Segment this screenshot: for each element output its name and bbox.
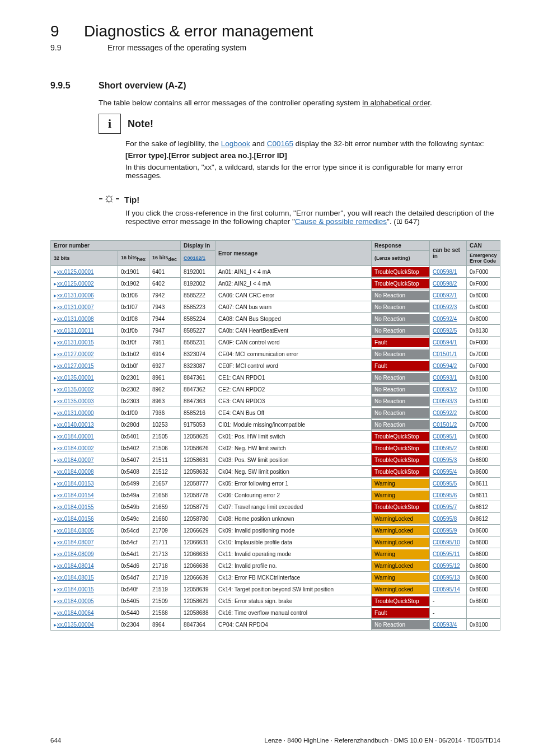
tip-title: Tip! bbox=[124, 195, 139, 204]
can-cell: 0x8000 bbox=[467, 290, 500, 301]
response-cell: WarningLocked bbox=[372, 584, 430, 595]
error-number-cell[interactable]: ▸xx.0184.00005 bbox=[51, 595, 118, 607]
response-cell: TroubleQuickStop bbox=[372, 466, 430, 478]
set-link[interactable]: C00592/3 bbox=[433, 304, 457, 310]
error-number-cell[interactable]: ▸xx.0184.00153 bbox=[51, 478, 118, 489]
doc-info: Lenze · 8400 HighLine · Referenzhandbuch… bbox=[264, 737, 500, 744]
set-link[interactable]: C00595/13 bbox=[433, 575, 460, 581]
message-cell: An01: AIN1_I < 4 mA bbox=[216, 266, 372, 278]
response-cell: No Reaction bbox=[372, 313, 430, 325]
can-cell: 0x8600 bbox=[467, 466, 500, 478]
set-link[interactable]: C00594/1 bbox=[433, 339, 457, 346]
th-can-be-set-in: can be set in bbox=[430, 241, 467, 266]
hex-cell: 0x549c bbox=[118, 513, 149, 525]
message-cell: Ck13: Error FB MCKCtrlInterface bbox=[216, 572, 372, 584]
set-link[interactable]: C01501/1 bbox=[433, 351, 457, 357]
error-number-cell[interactable]: ▸xx.0184.00015 bbox=[51, 584, 118, 595]
cause-remedies-link[interactable]: Cause & possible remedies bbox=[295, 217, 387, 226]
error-number-cell[interactable]: ▸xx.0131.00008 bbox=[51, 313, 118, 325]
message-cell: CA0F: CAN control word bbox=[216, 337, 372, 348]
error-number-cell[interactable]: ▸xx.0184.00155 bbox=[51, 501, 118, 513]
error-number-cell[interactable]: ▸xx.0135.00003 bbox=[51, 395, 118, 407]
set-link[interactable]: C00593/3 bbox=[433, 398, 457, 404]
set-link[interactable]: C00595/9 bbox=[433, 528, 457, 534]
error-number-cell[interactable]: ▸xx.0131.00011 bbox=[51, 325, 118, 337]
error-number-cell[interactable]: ▸xx.0184.08015 bbox=[51, 572, 118, 584]
error-number-cell[interactable]: ▸xx.0184.00156 bbox=[51, 513, 118, 525]
set-link[interactable]: C00595/12 bbox=[433, 563, 460, 569]
error-number-cell[interactable]: ▸xx.0184.00008 bbox=[51, 466, 118, 478]
error-number-cell[interactable]: ▸xx.0131.00007 bbox=[51, 301, 118, 313]
display-cell: 8585227 bbox=[181, 325, 216, 337]
error-number-cell[interactable]: ▸xx.0140.00013 bbox=[51, 419, 118, 431]
set-link[interactable]: C00595/7 bbox=[433, 504, 457, 510]
error-number-cell[interactable]: ▸xx.0135.00001 bbox=[51, 372, 118, 384]
set-link[interactable]: C00595/2 bbox=[433, 445, 457, 451]
display-cell: 12058780 bbox=[181, 513, 216, 525]
error-number-cell[interactable]: ▸xx.0184.08007 bbox=[51, 536, 118, 548]
error-number-cell[interactable]: ▸xx.0135.00004 bbox=[51, 619, 118, 631]
set-link[interactable]: C00595/4 bbox=[433, 469, 457, 475]
hex-cell: 0x1b02 bbox=[118, 348, 149, 360]
message-cell: CE3: CAN RPDO3 bbox=[216, 395, 372, 407]
display-cell: 8585224 bbox=[181, 313, 216, 325]
set-link[interactable]: C00592/4 bbox=[433, 316, 457, 322]
error-number-cell[interactable]: ▸xx.0131.00015 bbox=[51, 337, 118, 348]
hex-cell: 0x54d1 bbox=[118, 548, 149, 560]
error-number-cell[interactable]: ▸xx.0184.00154 bbox=[51, 489, 118, 501]
table-row: ▸xx.0184.000050x54052150912058629Ck15: E… bbox=[51, 595, 500, 607]
set-link[interactable]: C00594/2 bbox=[433, 363, 457, 369]
error-number-cell[interactable]: ▸xx.0184.00002 bbox=[51, 442, 118, 454]
error-number-cell[interactable]: ▸xx.0131.00000 bbox=[51, 407, 118, 419]
set-link[interactable]: C00595/8 bbox=[433, 516, 457, 522]
error-number-cell[interactable]: ▸xx.0184.00064 bbox=[51, 607, 118, 619]
error-number-cell[interactable]: ▸xx.0125.00001 bbox=[51, 266, 118, 278]
set-link[interactable]: C00598/1 bbox=[433, 269, 457, 275]
error-number-cell[interactable]: ▸xx.0184.00007 bbox=[51, 454, 118, 466]
set-cell: C00595/12 bbox=[430, 560, 467, 572]
set-link[interactable]: C00592/2 bbox=[433, 410, 457, 416]
error-number-cell[interactable]: ▸xx.0127.00002 bbox=[51, 348, 118, 360]
logbook-link[interactable]: Logbook bbox=[221, 139, 250, 148]
hex-cell: 0x1f0b bbox=[118, 325, 149, 337]
display-cell: 12058632 bbox=[181, 466, 216, 478]
th-c00162-link[interactable]: C00162/1 bbox=[181, 251, 216, 266]
response-cell: No Reaction bbox=[372, 619, 430, 631]
display-cell: 12058626 bbox=[181, 442, 216, 454]
error-number-cell[interactable]: ▸xx.0184.08005 bbox=[51, 525, 118, 536]
set-cell: C01501/1 bbox=[430, 348, 467, 360]
table-row: ▸xx.0184.080150x54d72171912066639Ck13: E… bbox=[51, 572, 500, 584]
message-cell: CE2: CAN RPDO2 bbox=[216, 384, 372, 395]
error-number-cell[interactable]: ▸xx.0135.00002 bbox=[51, 384, 118, 395]
set-link[interactable]: C00595/10 bbox=[433, 539, 460, 545]
c00165-link[interactable]: C00165 bbox=[267, 139, 293, 148]
dec-cell: 21711 bbox=[149, 536, 181, 548]
set-link[interactable]: C00595/3 bbox=[433, 457, 457, 463]
error-number-cell[interactable]: ▸xx.0184.08014 bbox=[51, 560, 118, 572]
error-number-cell[interactable]: ▸xx.0125.00002 bbox=[51, 278, 118, 290]
set-link[interactable]: C00592/1 bbox=[433, 292, 457, 298]
error-number-cell[interactable]: ▸xx.0184.00001 bbox=[51, 431, 118, 442]
set-cell: C00595/5 bbox=[430, 478, 467, 489]
set-link[interactable]: C00592/5 bbox=[433, 328, 457, 334]
message-cell: CE4: CAN Bus Off bbox=[216, 407, 372, 419]
error-number-cell[interactable]: ▸xx.0131.00006 bbox=[51, 290, 118, 301]
can-cell: 0x8000 bbox=[467, 301, 500, 313]
error-number-cell[interactable]: ▸xx.0127.00015 bbox=[51, 360, 118, 372]
set-link[interactable]: C00595/11 bbox=[433, 551, 460, 557]
error-number-cell[interactable]: ▸xx.0184.08009 bbox=[51, 548, 118, 560]
set-link[interactable]: C00593/2 bbox=[433, 386, 457, 393]
set-link[interactable]: C00595/5 bbox=[433, 480, 457, 487]
hex-cell: 0x5405 bbox=[118, 595, 149, 607]
set-link[interactable]: C00593/4 bbox=[433, 622, 457, 628]
set-link[interactable]: C00595/6 bbox=[433, 492, 457, 498]
hex-cell: 0x280d bbox=[118, 419, 149, 431]
set-link[interactable]: C00595/14 bbox=[433, 586, 460, 592]
set-link[interactable]: C01501/2 bbox=[433, 422, 457, 428]
set-link[interactable]: C00598/2 bbox=[433, 281, 457, 287]
set-link[interactable]: C00593/1 bbox=[433, 375, 457, 381]
message-cell: Ck14: Target position beyond SW limit po… bbox=[216, 584, 372, 595]
can-cell: 0x8600 bbox=[467, 442, 500, 454]
hex-cell: 0x5408 bbox=[118, 466, 149, 478]
set-link[interactable]: C00595/1 bbox=[433, 433, 457, 440]
